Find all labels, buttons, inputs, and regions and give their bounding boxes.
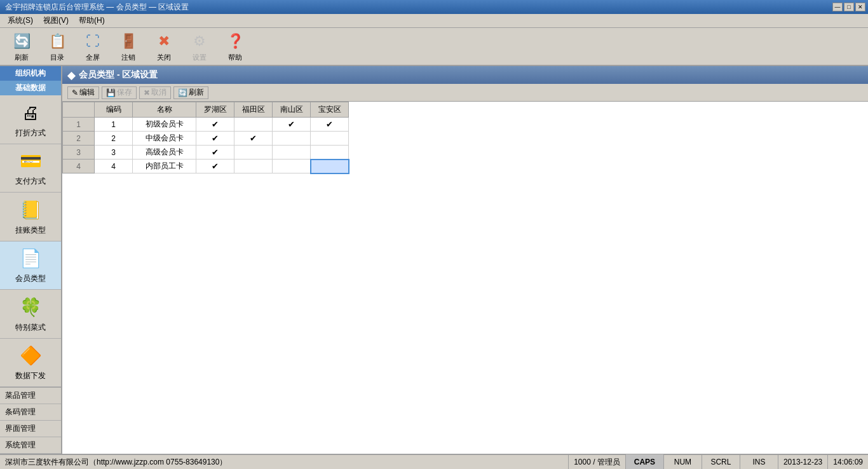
toolbar-refresh-label: 刷新 <box>15 53 29 62</box>
content-area: ◆ 会员类型 - 区域设置 ✎ 编辑 💾 保存 ✖ 取消 🔄 刷新 <box>62 66 868 454</box>
minimize-button[interactable]: — <box>832 3 843 11</box>
table-row[interactable]: 11初级会员卡✔✔✔ <box>63 118 349 132</box>
cell-name: 内部员工卡 <box>133 160 196 173</box>
sidebar-section-basic: 基础数据 <box>0 81 61 95</box>
menu-system[interactable]: 系统(S) <box>3 14 38 27</box>
table-row[interactable]: 44内部员工卡✔ <box>63 160 349 173</box>
toolbar-help-button[interactable]: ❓ 帮助 <box>219 30 252 63</box>
table-cell-checkbox[interactable] <box>311 160 349 173</box>
row-number: 1 <box>63 118 95 132</box>
close-window-button[interactable]: ✕ <box>855 3 865 11</box>
sidebar-item-data-download[interactable]: 🔶 数据下发 <box>0 339 61 388</box>
close-icon: ✖ <box>154 31 174 51</box>
sidebar-item-pay-method[interactable]: 💳 支付方式 <box>0 144 61 193</box>
cell-code: 4 <box>95 160 133 173</box>
toolbar-close-button[interactable]: ✖ 关闭 <box>147 30 180 63</box>
sidebar-item-member-type[interactable]: 📄 会员类型 <box>0 241 61 290</box>
cell-code: 3 <box>95 146 133 160</box>
toolbar-fullscreen-button[interactable]: ⛶ 全屏 <box>76 30 109 63</box>
title-bar: 金宇招牌连锁店后台管理系统 — 会员类型 — 区域设置 — □ ✕ <box>0 0 868 14</box>
col-header-nanshan: 南山区 <box>273 102 311 118</box>
data-download-icon: 🔶 <box>18 344 43 369</box>
sidebar-item-print-method[interactable]: 🖨 打折方式 <box>0 95 61 144</box>
cell-name: 高级会员卡 <box>133 146 196 160</box>
menu-help[interactable]: 帮助(H) <box>74 14 110 27</box>
save-button: 💾 保存 <box>102 86 137 99</box>
sidebar-item-pay-label: 支付方式 <box>15 176 46 187</box>
sidebar-item-special-dish[interactable]: 🍀 特别菜式 <box>0 290 61 339</box>
save-icon: 💾 <box>106 88 116 97</box>
toolbar-logout-button[interactable]: 🚪 注销 <box>112 30 145 63</box>
sidebar-bottom: 菜品管理 条码管理 界面管理 系统管理 <box>0 387 61 454</box>
table-cell-checkbox[interactable]: ✔ <box>196 146 234 160</box>
sidebar-item-member-label: 会员类型 <box>15 273 46 284</box>
title-text: 金宇招牌连锁店后台管理系统 — 会员类型 — 区域设置 <box>3 2 832 13</box>
special-dish-icon: 🍀 <box>18 295 43 320</box>
check-mark: ✔ <box>212 147 219 157</box>
table-cell-checkbox[interactable] <box>273 160 311 173</box>
table-cell-checkbox[interactable]: ✔ <box>196 118 234 132</box>
pay-method-icon: 💳 <box>18 149 43 174</box>
table-row[interactable]: 33高级会员卡✔ <box>63 146 349 160</box>
col-header-futian: 福田区 <box>234 102 273 118</box>
check-mark: ✔ <box>288 119 295 129</box>
sidebar-item-data-label: 数据下发 <box>15 370 46 381</box>
table-cell-checkbox[interactable]: ✔ <box>196 132 234 146</box>
table-cell-checkbox[interactable]: ✔ <box>311 118 349 132</box>
toolbar-catalog-button[interactable]: 📋 目录 <box>41 30 74 63</box>
table-cell-checkbox[interactable]: ✔ <box>234 132 273 146</box>
toolbar-catalog-label: 目录 <box>50 53 64 62</box>
col-header-luohu: 罗湖区 <box>196 102 234 118</box>
check-mark: ✔ <box>212 133 219 143</box>
edit-button[interactable]: ✎ 编辑 <box>67 86 99 99</box>
row-number: 4 <box>63 160 95 173</box>
toolbar-close-label: 关闭 <box>157 53 171 62</box>
status-user: 1000 / 管理员 <box>568 454 625 469</box>
cell-code: 2 <box>95 132 133 146</box>
menu-bar: 系统(S) 视图(V) 帮助(H) <box>0 14 868 28</box>
table-cell-checkbox[interactable] <box>273 146 311 160</box>
table-row[interactable]: 22中级会员卡✔✔ <box>63 132 349 146</box>
sidebar-item-sys-manage[interactable]: 系统管理 <box>0 437 61 454</box>
toolbar-fullscreen-label: 全屏 <box>86 53 100 62</box>
maximize-button[interactable]: □ <box>844 3 854 11</box>
status-num: NUM <box>663 454 702 469</box>
cell-name: 初级会员卡 <box>133 118 196 132</box>
table-cell-checkbox[interactable] <box>311 146 349 160</box>
refresh-data-button[interactable]: 🔄 刷新 <box>173 86 208 99</box>
refresh-data-icon: 🔄 <box>178 88 187 97</box>
table-cell-checkbox[interactable] <box>234 160 273 173</box>
member-type-icon: 📄 <box>18 247 43 271</box>
table-cell-checkbox[interactable] <box>311 132 349 146</box>
sidebar-item-barcode-manage[interactable]: 条码管理 <box>0 404 61 421</box>
col-header-baoan: 宝安区 <box>311 102 349 118</box>
sidebar-item-ui-manage[interactable]: 界面管理 <box>0 421 61 437</box>
main-layout: 组织机构 基础数据 🖨 打折方式 💳 支付方式 📒 挂账类型 📄 会员类型 🍀 … <box>0 66 868 454</box>
check-mark: ✔ <box>250 133 257 143</box>
row-number: 3 <box>63 146 95 160</box>
cell-name: 中级会员卡 <box>133 132 196 146</box>
table-cell-checkbox[interactable] <box>234 146 273 160</box>
check-mark: ✔ <box>326 119 333 129</box>
table-cell-checkbox[interactable] <box>234 118 273 132</box>
sidebar-item-dish-manage[interactable]: 菜品管理 <box>0 388 61 404</box>
sidebar-item-credit-type[interactable]: 📒 挂账类型 <box>0 193 61 241</box>
fullscreen-icon: ⛶ <box>83 31 103 51</box>
status-time: 14:06:09 <box>827 454 868 469</box>
panel-header-icon: ◆ <box>67 69 75 81</box>
menu-view[interactable]: 视图(V) <box>38 14 74 27</box>
sidebar-section-org: 组织机构 <box>0 66 61 81</box>
col-header-code: 编码 <box>95 102 133 118</box>
refresh-icon: 🔄 <box>11 31 32 51</box>
sidebar: 组织机构 基础数据 🖨 打折方式 💳 支付方式 📒 挂账类型 📄 会员类型 🍀 … <box>0 66 62 454</box>
panel-title: 会员类型 - 区域设置 <box>79 69 158 81</box>
table-cell-checkbox[interactable] <box>273 132 311 146</box>
table-cell-checkbox[interactable]: ✔ <box>273 118 311 132</box>
settings-icon: ⚙ <box>189 31 210 51</box>
panel-header: ◆ 会员类型 - 区域设置 <box>62 66 868 84</box>
sidebar-item-print-label: 打折方式 <box>15 128 46 139</box>
action-toolbar: ✎ 编辑 💾 保存 ✖ 取消 🔄 刷新 <box>62 84 868 102</box>
col-header-name: 名称 <box>133 102 196 118</box>
table-cell-checkbox[interactable]: ✔ <box>196 160 234 173</box>
toolbar-refresh-button[interactable]: 🔄 刷新 <box>5 30 38 63</box>
